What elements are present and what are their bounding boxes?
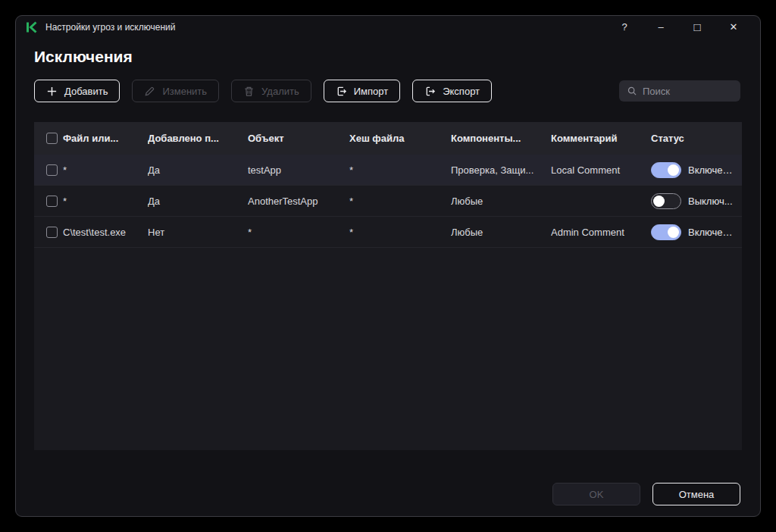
ok-button[interactable]: OK [552, 483, 640, 505]
maximize-button[interactable]: □ [684, 16, 710, 39]
column-header-hash: Хеш файла [349, 133, 451, 144]
status-toggle[interactable] [651, 224, 681, 240]
titlebar: Настройки угроз и исключений ? – □ ✕ [16, 16, 760, 39]
dialog-footer: OK Отмена [552, 483, 740, 505]
row-checkbox[interactable] [46, 164, 58, 176]
search-icon [627, 86, 637, 96]
app-window: Настройки угроз и исключений ? – □ ✕ Иск… [15, 15, 761, 517]
table-header-row: Файл или... Добавлено п... Объект Хеш фа… [34, 122, 742, 155]
column-header-object: Объект [248, 133, 349, 144]
column-header-comment: Комментарий [551, 133, 651, 144]
page-title: Исключения [34, 48, 133, 66]
cell-added-by: Да [148, 164, 248, 176]
row-checkbox[interactable] [46, 227, 58, 238]
cell-file: C\test\test.exe [63, 227, 148, 238]
search-box [619, 80, 740, 102]
exclusions-table: Файл или... Добавлено п... Объект Хеш фа… [34, 122, 742, 450]
toolbar: Добавить Изменить Удалить Импорт [34, 80, 740, 102]
select-all-checkbox[interactable] [46, 133, 58, 144]
add-button-label: Добавить [64, 86, 108, 97]
export-button[interactable]: Экспорт [412, 80, 492, 102]
status-toggle[interactable] [651, 162, 681, 178]
minimize-button[interactable]: – [648, 16, 674, 39]
edit-button-label: Изменить [162, 86, 207, 97]
cell-comment: Local Comment [551, 164, 651, 176]
cell-object: * [248, 227, 349, 238]
import-button[interactable]: Импорт [324, 80, 400, 102]
plus-icon [46, 86, 58, 97]
cancel-button[interactable]: Отмена [652, 483, 740, 505]
cell-added-by: Да [148, 196, 248, 207]
toggle-knob [668, 164, 679, 176]
window-controls: ? – □ ✕ [601, 16, 746, 39]
table-row[interactable]: * Да AnotherTestApp * Любые Выключ... [34, 186, 742, 217]
status-label: Включено [688, 164, 733, 176]
delete-button-label: Удалить [261, 86, 299, 97]
cell-hash: * [349, 164, 451, 176]
cell-components: Проверка, Защи... [451, 164, 551, 176]
close-button[interactable]: ✕ [721, 16, 746, 39]
cell-object: AnotherTestApp [248, 196, 349, 207]
cell-components: Любые [451, 227, 551, 238]
status-label: Включено [688, 227, 733, 238]
cell-file: * [63, 164, 148, 176]
export-icon [424, 86, 436, 97]
toggle-knob [668, 227, 679, 238]
kaspersky-logo-icon [26, 21, 38, 33]
cell-hash: * [349, 196, 451, 207]
table-row[interactable]: C\test\test.exe Нет * * Любые Admin Comm… [34, 217, 742, 248]
cell-added-by: Нет [148, 227, 248, 238]
help-button[interactable]: ? [612, 16, 637, 39]
column-header-added-by: Добавлено п... [148, 133, 248, 144]
toggle-knob [653, 196, 665, 207]
import-icon [336, 86, 347, 97]
add-button[interactable]: Добавить [34, 80, 120, 102]
search-input[interactable] [643, 86, 733, 97]
export-button-label: Экспорт [443, 86, 480, 97]
row-checkbox[interactable] [46, 196, 58, 207]
cell-file: * [63, 196, 148, 207]
trash-icon [243, 86, 255, 97]
cell-hash: * [349, 227, 451, 238]
status-label: Выключ... [688, 196, 733, 207]
cell-components: Любые [451, 196, 551, 207]
column-header-file: Файл или... [63, 133, 148, 144]
status-toggle[interactable] [651, 193, 681, 209]
import-button-label: Импорт [354, 86, 388, 97]
pencil-icon [144, 86, 155, 97]
window-title: Настройки угроз и исключений [45, 22, 175, 33]
column-header-components: Компоненты... [451, 133, 551, 144]
column-header-status: Статус [651, 133, 742, 144]
edit-button[interactable]: Изменить [132, 80, 219, 102]
delete-button[interactable]: Удалить [231, 80, 311, 102]
table-row[interactable]: * Да testApp * Проверка, Защи... Local C… [34, 155, 742, 186]
cell-object: testApp [248, 164, 349, 176]
cell-comment: Admin Comment [551, 227, 651, 238]
